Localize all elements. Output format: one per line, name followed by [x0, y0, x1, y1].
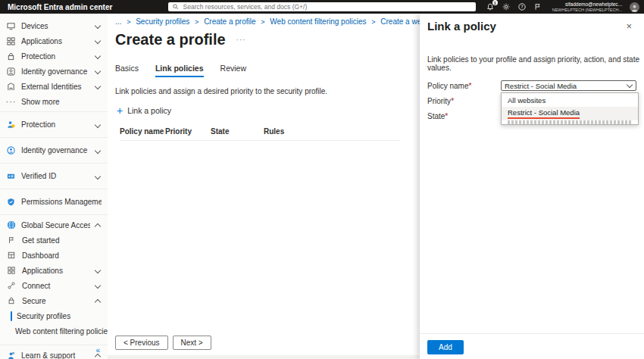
policy-name-dropdown: All websites Restrict - Social Media — [501, 92, 639, 125]
dropdown-partial-option[interactable] — [508, 120, 632, 124]
chevron-down-icon — [95, 147, 101, 153]
policy-name-select[interactable]: Restrict - Social Media — [501, 80, 636, 91]
sidebar-item-identity-governance[interactable]: Identity governance — [0, 64, 108, 79]
verified-id-icon — [6, 172, 16, 180]
column-priority[interactable]: Priority — [165, 127, 211, 136]
chevron-down-icon — [95, 23, 101, 29]
breadcrumb-item[interactable]: Security profiles — [136, 17, 189, 26]
dropdown-option-all-websites[interactable]: All websites — [502, 93, 638, 107]
devices-icon — [6, 22, 16, 30]
chevron-down-icon — [95, 38, 101, 44]
chevron-down-icon — [627, 82, 633, 88]
account-menu[interactable]: sifaddemo@newhelptec... NEWHELPTECH (NEW… — [552, 2, 622, 12]
sidebar-item-security-profiles[interactable]: Security profiles — [0, 308, 108, 323]
chevron-down-icon — [95, 68, 101, 74]
top-bar: Microsoft Entra admin center 1 ? sifadde… — [0, 0, 644, 14]
sidebar-item-protection-colored[interactable]: Protection — [0, 114, 108, 135]
chevron-down-icon — [95, 121, 101, 127]
chevron-down-icon — [95, 83, 101, 89]
settings-gear-icon[interactable] — [502, 2, 511, 11]
chevron-up-icon — [95, 223, 101, 229]
tab-basics[interactable]: Basics — [115, 64, 139, 77]
tab-review[interactable]: Review — [220, 64, 246, 77]
dashboard-icon — [6, 251, 16, 259]
chevron-down-icon — [95, 53, 101, 59]
selected-indicator — [11, 311, 12, 321]
add-button[interactable]: Add — [427, 340, 464, 354]
previous-button[interactable]: < Previous — [115, 336, 168, 350]
tab-link-policies[interactable]: Link policies — [155, 64, 204, 77]
avatar[interactable] — [630, 2, 639, 12]
sidebar-item-applications[interactable]: Applications — [0, 33, 108, 48]
search-icon — [173, 4, 179, 10]
help-icon[interactable]: ? — [517, 2, 527, 11]
chevron-down-icon — [95, 173, 101, 179]
notifications-bell-icon[interactable]: 1 — [486, 2, 495, 11]
protection-person-icon — [6, 120, 16, 129]
sidebar-item-web-content-filtering-policies[interactable]: Web content filtering policies — [0, 323, 108, 339]
identity-governance-colored-icon — [6, 146, 16, 155]
next-button[interactable]: Next > — [173, 336, 211, 350]
chevron-down-icon — [95, 267, 101, 273]
lock-icon — [6, 297, 16, 304]
sidebar-item-verified-id[interactable]: Verified ID — [0, 166, 108, 186]
sidebar-item-secure[interactable]: Secure — [0, 293, 108, 308]
policy-name-label: Policy name* — [427, 82, 501, 90]
sidebar-item-learn-support[interactable]: Learn & support — [0, 348, 108, 359]
sidebar-item-dashboard[interactable]: Dashboard — [0, 248, 108, 263]
column-policy-name[interactable]: Policy name — [120, 127, 165, 136]
applications-icon — [6, 267, 16, 274]
notification-badge: 1 — [492, 0, 498, 5]
feedback-icon[interactable] — [533, 2, 542, 11]
breadcrumb-item[interactable]: Web content filtering policies — [270, 17, 366, 26]
sidebar-collapse-button[interactable]: « — [95, 346, 100, 354]
account-org: NEWHELPTECH (NEWHELPTECH... — [552, 8, 622, 12]
sidebar-item-global-secure-access[interactable]: Global Secure Access (Preview) — [0, 217, 108, 233]
priority-label: Priority* — [427, 97, 501, 105]
sidebar-item-identity-governance-colored[interactable]: Identity governance — [0, 140, 108, 161]
title-context-menu[interactable]: ··· — [236, 36, 246, 44]
sidebar-item-protection[interactable]: Protection — [0, 48, 108, 64]
global-search[interactable] — [168, 2, 476, 11]
sidebar-item-gsa-applications[interactable]: Applications — [0, 263, 108, 278]
app-title[interactable]: Microsoft Entra admin center — [8, 3, 112, 11]
applications-icon — [6, 37, 16, 45]
link-a-policy-panel: Link a policy × Link policies to your pr… — [420, 14, 644, 359]
link-icon — [6, 282, 16, 289]
svg-text:?: ? — [521, 5, 523, 9]
sidebar-item-connect[interactable]: Connect — [0, 278, 108, 293]
column-state[interactable]: State — [211, 127, 264, 136]
globe-icon — [6, 220, 16, 229]
breadcrumb-item[interactable]: Create a profile — [204, 17, 255, 26]
sidebar-item-permissions-management[interactable]: Permissions Management — [0, 192, 108, 212]
lock-icon — [6, 52, 16, 61]
sidebar: Devices Applications Protection Identity… — [0, 14, 108, 359]
policies-table-header: Policy name Priority State Rules — [120, 127, 400, 141]
sidebar-item-devices[interactable]: Devices — [0, 18, 108, 33]
breadcrumb-ellipsis[interactable]: ... — [115, 17, 121, 26]
column-rules[interactable]: Rules — [264, 127, 400, 136]
flag-icon — [6, 236, 16, 244]
ellipsis-icon: ··· — [6, 97, 16, 106]
panel-title: Link a policy — [427, 20, 496, 33]
close-icon[interactable]: × — [623, 20, 635, 33]
state-label: State* — [427, 112, 501, 120]
search-input[interactable] — [182, 2, 476, 11]
link-a-policy-button[interactable]: + Link a policy — [117, 106, 171, 115]
panel-description: Link policies to your profile and assign… — [427, 55, 644, 72]
account-name: sifaddemo@newhelptec... — [565, 2, 622, 7]
sidebar-item-show-more[interactable]: ··· Show more — [0, 94, 108, 109]
identity-governance-icon — [6, 67, 16, 76]
plus-icon: + — [117, 107, 123, 114]
sidebar-item-get-started[interactable]: Get started — [0, 233, 108, 248]
learn-support-icon — [6, 351, 16, 359]
dropdown-option-restrict-social-media[interactable]: Restrict - Social Media — [502, 107, 638, 120]
sidebar-item-external-identities[interactable]: External Identities — [0, 79, 108, 94]
chevron-up-icon — [95, 298, 101, 304]
permissions-management-icon — [6, 198, 16, 206]
chevron-down-icon — [95, 283, 101, 289]
external-identities-icon — [6, 83, 16, 91]
